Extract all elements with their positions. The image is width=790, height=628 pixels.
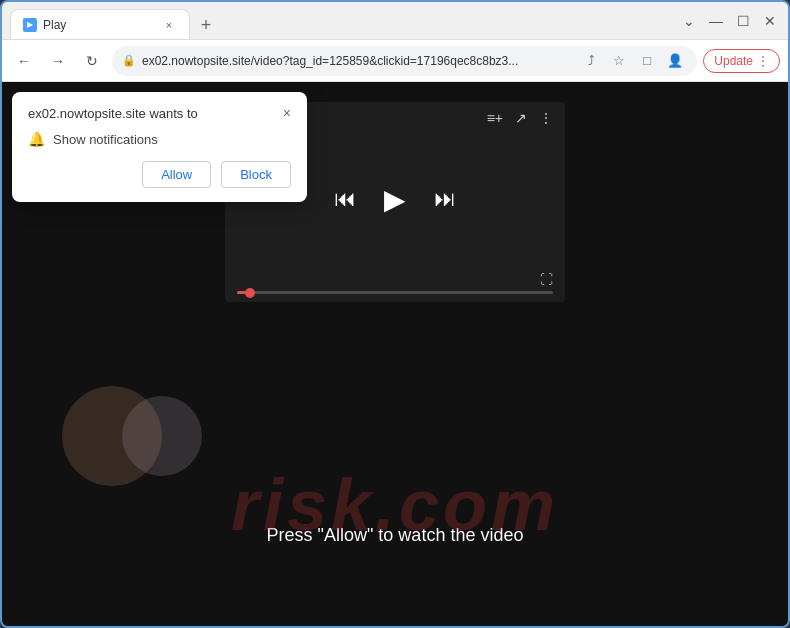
update-menu-icon: ⋮ — [757, 54, 769, 68]
forward-button[interactable]: → — [44, 47, 72, 75]
address-actions: ⤴ ☆ □ 👤 — [579, 49, 687, 73]
update-button[interactable]: Update ⋮ — [703, 49, 780, 73]
share-icon[interactable]: ⤴ — [579, 49, 603, 73]
block-button[interactable]: Block — [221, 161, 291, 188]
close-button[interactable]: ✕ — [760, 11, 780, 31]
url-text: ex02.nowtopsite.site/video?tag_id=125859… — [142, 54, 573, 68]
tab-close-button[interactable]: × — [161, 17, 177, 33]
popup-notification-row: 🔔 Show notifications — [28, 131, 291, 147]
title-bar: ▶ Play × + ⌄ — ☐ ✕ — [2, 2, 788, 40]
player-next-button[interactable]: ⏭ — [434, 186, 456, 212]
window-controls: ⌄ — ☐ ✕ — [671, 11, 780, 31]
progress-dot — [245, 288, 255, 298]
tab-favicon: ▶ — [23, 18, 37, 32]
lock-icon: 🔒 — [122, 54, 136, 67]
progress-bar[interactable] — [237, 291, 553, 294]
page-content: ∨ ≡+ ↗ ⋮ ⏮ ▶ ⏭ ⛶ — [2, 82, 788, 626]
refresh-button[interactable]: ↻ — [78, 47, 106, 75]
extensions-icon[interactable]: □ — [635, 49, 659, 73]
player-fullscreen-icon[interactable]: ⛶ — [237, 272, 553, 287]
player-controls-right: ≡+ ↗ ⋮ — [487, 110, 553, 126]
player-bottom: ⛶ — [225, 264, 565, 302]
popup-notification-text: Show notifications — [53, 132, 158, 147]
page-background: ∨ ≡+ ↗ ⋮ ⏮ ▶ ⏭ ⛶ — [2, 82, 788, 626]
tab-label: Play — [43, 18, 66, 32]
active-tab[interactable]: ▶ Play × — [10, 9, 190, 39]
popup-title: ex02.nowtopsite.site wants to — [28, 106, 275, 121]
chevron-down-icon[interactable]: ⌄ — [679, 11, 699, 31]
maximize-button[interactable]: ☐ — [733, 11, 754, 31]
bell-icon: 🔔 — [28, 131, 45, 147]
bookmark-icon[interactable]: ☆ — [607, 49, 631, 73]
popup-buttons: Allow Block — [28, 161, 291, 188]
notification-popup: ex02.nowtopsite.site wants to × 🔔 Show n… — [12, 92, 307, 202]
popup-header: ex02.nowtopsite.site wants to × — [28, 106, 291, 121]
new-tab-button[interactable]: + — [192, 11, 220, 39]
player-queue-icon[interactable]: ≡+ — [487, 110, 503, 126]
nav-bar: ← → ↻ 🔒 ex02.nowtopsite.site/video?tag_i… — [2, 40, 788, 82]
address-bar[interactable]: 🔒 ex02.nowtopsite.site/video?tag_id=1258… — [112, 46, 697, 76]
popup-close-button[interactable]: × — [283, 106, 291, 120]
player-more-icon[interactable]: ⋮ — [539, 110, 553, 126]
update-label: Update — [714, 54, 753, 68]
browser-window: ▶ Play × + ⌄ — ☐ ✕ ← → ↻ 🔒 ex02.nowtopsi… — [0, 0, 790, 628]
profile-icon[interactable]: 👤 — [663, 49, 687, 73]
player-prev-button[interactable]: ⏮ — [334, 186, 356, 212]
back-button[interactable]: ← — [10, 47, 38, 75]
deco-circle-2 — [122, 396, 202, 476]
player-share-icon[interactable]: ↗ — [515, 110, 527, 126]
player-play-button[interactable]: ▶ — [384, 183, 406, 216]
minimize-button[interactable]: — — [705, 11, 727, 31]
allow-button[interactable]: Allow — [142, 161, 211, 188]
watermark-text: risk.com — [231, 464, 559, 546]
tab-area: ▶ Play × + — [10, 2, 667, 39]
